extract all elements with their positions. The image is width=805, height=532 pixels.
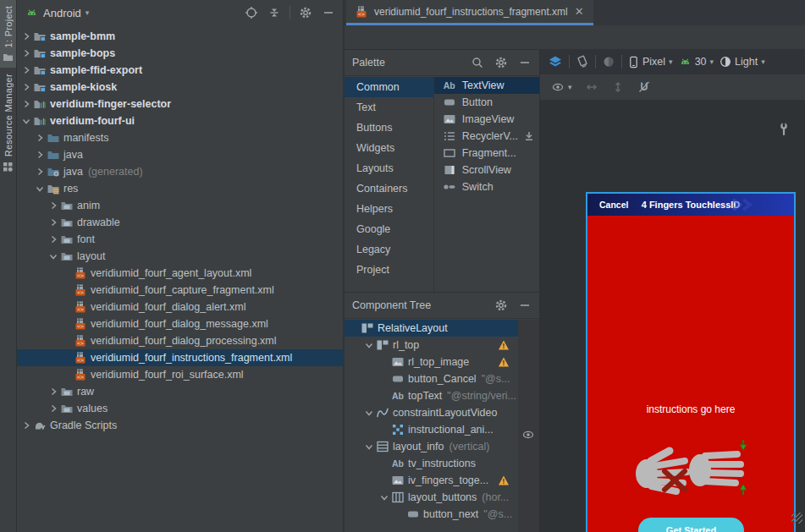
tree-row[interactable]: font bbox=[17, 231, 343, 248]
project-view-selector[interactable]: Android bbox=[43, 7, 81, 19]
palette-category-project[interactable]: Project bbox=[345, 260, 433, 280]
palette-hide-button[interactable] bbox=[516, 53, 534, 72]
project-toolwindow-tab[interactable]: 1: Project bbox=[0, 0, 16, 68]
vertical-arrows-icon[interactable] bbox=[611, 80, 625, 94]
hands-illustration[interactable] bbox=[632, 439, 751, 500]
chevron-right-icon[interactable] bbox=[20, 31, 32, 41]
device-preview-frame[interactable]: Cancel 4 Fingers TouchlessID instruction… bbox=[586, 192, 796, 532]
palette-category-legacy[interactable]: Legacy bbox=[345, 239, 433, 260]
tree-row[interactable]: constraintLayoutVideo bbox=[345, 404, 518, 421]
component-tree-hide-button[interactable] bbox=[516, 296, 534, 315]
tree-row[interactable]: rl_top_image bbox=[345, 354, 518, 370]
orientation-icon[interactable] bbox=[576, 55, 589, 69]
palette-item-imageview[interactable]: ImageView bbox=[434, 111, 539, 128]
tree-row[interactable]: veridium-finger-selector bbox=[17, 96, 343, 112]
visibility-eye-icon[interactable] bbox=[521, 428, 535, 445]
tree-row[interactable]: <>veridiumid_fourf_roi_surface.xml bbox=[17, 366, 343, 383]
horizontal-arrows-icon[interactable] bbox=[585, 80, 598, 94]
palette-category-common[interactable]: Common bbox=[345, 77, 433, 97]
tree-row[interactable]: sample-bmm bbox=[17, 28, 343, 45]
tree-row[interactable]: iv_fingers_toge... bbox=[345, 472, 518, 489]
palette-category-containers[interactable]: Containers bbox=[345, 178, 433, 199]
palette-category-widgets[interactable]: Widgets bbox=[345, 138, 433, 158]
night-mode-icon[interactable] bbox=[602, 55, 615, 69]
chevron-right-icon[interactable] bbox=[20, 99, 32, 109]
palette-item-fragment[interactable]: Fragment... bbox=[434, 145, 539, 162]
palette-category-layouts[interactable]: Layouts bbox=[345, 158, 433, 178]
design-canvas[interactable]: Cancel 4 Fingers TouchlessID instruction… bbox=[540, 100, 805, 532]
component-tree-settings-button[interactable] bbox=[492, 296, 510, 315]
tree-row[interactable]: anim bbox=[17, 197, 343, 214]
tree-row[interactable]: rl_top bbox=[345, 337, 518, 354]
tree-row[interactable]: layout bbox=[17, 248, 343, 265]
tree-row[interactable]: button_Cancel"@s... bbox=[345, 370, 518, 387]
palette-item-scrollview[interactable]: ScrollView bbox=[434, 162, 539, 178]
theme-selector[interactable]: Light ▾ bbox=[720, 56, 765, 68]
tree-row[interactable]: RelativeLayout bbox=[345, 320, 518, 337]
tree-row[interactable]: layout_buttons(hor... bbox=[345, 489, 518, 506]
tree-row[interactable]: sample-kiosk bbox=[17, 79, 343, 96]
download-icon[interactable] bbox=[523, 130, 535, 142]
tree-row[interactable]: <>veridiumid_fourf_agent_layout.xml bbox=[17, 265, 343, 282]
hide-panel-button[interactable] bbox=[319, 3, 338, 22]
tree-row[interactable]: sample-bops bbox=[17, 45, 343, 62]
palette-search-button[interactable] bbox=[468, 53, 487, 72]
tree-row[interactable]: <>veridiumid_fourf_instructions_fragment… bbox=[17, 349, 343, 366]
chevron-down-icon[interactable] bbox=[378, 492, 390, 502]
project-settings-button[interactable] bbox=[296, 3, 315, 22]
palette-settings-button[interactable] bbox=[492, 53, 510, 72]
palette-item-recycler[interactable]: RecyclerV... bbox=[434, 128, 539, 145]
chevron-right-icon[interactable] bbox=[47, 200, 59, 211]
chevron-down-icon[interactable] bbox=[363, 340, 375, 350]
chevron-down-icon[interactable] bbox=[363, 408, 375, 418]
chevron-right-icon[interactable] bbox=[34, 133, 46, 143]
palette-category-helpers[interactable]: Helpers bbox=[345, 199, 433, 219]
palette-category-buttons[interactable]: Buttons bbox=[345, 118, 433, 138]
chevron-right-icon[interactable] bbox=[20, 48, 32, 58]
locate-file-button[interactable] bbox=[242, 3, 261, 22]
chevron-right-icon[interactable] bbox=[47, 234, 59, 244]
preview-cancel-button[interactable]: Cancel bbox=[599, 200, 628, 210]
resource-manager-tab[interactable]: Resource Manager bbox=[0, 68, 16, 177]
chevron-right-icon[interactable] bbox=[20, 420, 32, 431]
tree-row[interactable]: <>veridiumid_fourf_dialog_message.xml bbox=[17, 315, 343, 332]
tree-row[interactable]: layout_info(vertical) bbox=[345, 438, 518, 455]
preview-instructions-text[interactable]: instructions go here bbox=[587, 403, 794, 415]
chevron-right-icon[interactable] bbox=[20, 82, 32, 92]
autoconnect-off-icon[interactable] bbox=[637, 80, 651, 94]
chevron-right-icon[interactable] bbox=[20, 65, 32, 75]
chevron-right-icon[interactable] bbox=[47, 387, 59, 397]
preview-title-text[interactable]: 4 Fingers TouchlessID bbox=[642, 200, 741, 210]
tree-row[interactable]: values bbox=[17, 400, 343, 417]
chevron-right-icon[interactable] bbox=[34, 167, 46, 177]
preview-get-started-button[interactable]: Get Started bbox=[638, 518, 744, 532]
tree-row[interactable]: drawable bbox=[17, 214, 343, 231]
tree-row[interactable]: <>veridiumid_fourf_capture_fragment.xml bbox=[17, 282, 343, 299]
chevron-down-icon[interactable] bbox=[47, 251, 59, 261]
palette-category-text[interactable]: Text bbox=[345, 97, 433, 118]
tree-row[interactable]: <>veridiumid_fourf_dialog_alert.xml bbox=[17, 299, 343, 315]
tree-row[interactable]: java bbox=[17, 146, 343, 163]
chevron-down-icon[interactable]: ▾ bbox=[85, 8, 90, 17]
design-blueprint-mode-icon[interactable] bbox=[548, 55, 563, 69]
tree-row[interactable]: instructional_ani... bbox=[345, 421, 518, 438]
tree-row[interactable]: AbtopText"@string/veri... bbox=[345, 387, 518, 404]
palette-item-switch[interactable]: Switch bbox=[434, 178, 539, 195]
tree-row[interactable]: java(generated) bbox=[17, 163, 343, 180]
palette-item-textview[interactable]: AbTextView bbox=[434, 77, 539, 94]
canvas-resize-handle[interactable] bbox=[791, 513, 802, 524]
chevron-right-icon[interactable] bbox=[47, 217, 59, 228]
tree-row[interactable]: button_next"@s... bbox=[345, 506, 518, 523]
close-tab-icon[interactable]: ✕ bbox=[573, 5, 586, 18]
tree-row[interactable]: res bbox=[17, 180, 343, 197]
tree-row[interactable]: Gradle Scripts bbox=[17, 417, 343, 434]
collapse-all-button[interactable] bbox=[265, 3, 284, 22]
chevron-down-icon[interactable] bbox=[34, 184, 46, 194]
tree-row[interactable]: sample-ffid-export bbox=[17, 62, 343, 79]
palette-item-button[interactable]: Button bbox=[434, 94, 539, 111]
tree-row[interactable]: <>veridiumid_fourf_dialog_processing.xml bbox=[17, 332, 343, 349]
view-options-button[interactable]: ▾ bbox=[551, 80, 572, 94]
chevron-down-icon[interactable] bbox=[20, 116, 32, 126]
tree-row[interactable]: manifests bbox=[17, 129, 343, 146]
tree-row[interactable]: veridium-fourf-ui bbox=[17, 112, 343, 129]
